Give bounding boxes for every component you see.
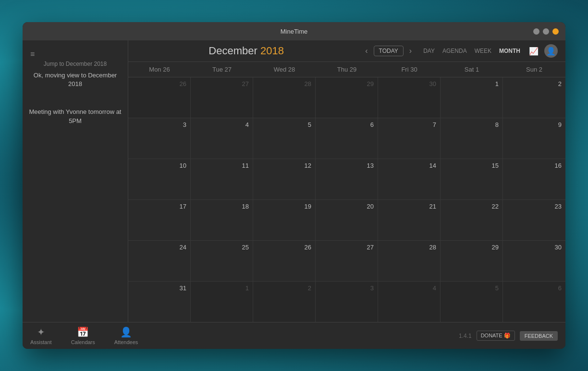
year-name: 2018	[260, 45, 284, 57]
day-cell[interactable]: 20	[316, 200, 378, 240]
app-title: MineTime	[281, 28, 308, 35]
view-agenda-button[interactable]: AGENDA	[440, 46, 470, 56]
feedback-button[interactable]: FEEDBACK	[520, 331, 558, 341]
day-cell[interactable]: 1	[191, 282, 253, 322]
day-cell[interactable]: 14	[378, 159, 441, 199]
day-cell[interactable]: 9	[503, 118, 565, 159]
assistant-nav-item[interactable]: ✦ Assistant	[30, 326, 52, 345]
attendees-icon: 👤	[120, 326, 132, 338]
day-cell[interactable]: 26	[253, 241, 316, 281]
day-cell[interactable]: 30	[503, 241, 565, 281]
day-headers: Mon 26 Tue 27 Wed 28 Thu 29 Fri 30 Sat 1…	[128, 62, 565, 77]
day-cell[interactable]: 12	[253, 159, 316, 199]
attendees-nav-item[interactable]: 👤 Attendees	[114, 326, 138, 345]
nav-controls: ‹ TODAY ›	[362, 45, 415, 57]
day-cell[interactable]: 17	[128, 200, 191, 240]
calendar-area: December 2018 ‹ TODAY › DAY AGENDA WEEK …	[128, 40, 565, 322]
assistant-label: Assistant	[30, 339, 52, 345]
day-cell[interactable]: 10	[128, 159, 191, 199]
view-month-button[interactable]: MONTH	[496, 46, 523, 56]
day-cell[interactable]: 2	[253, 282, 316, 322]
view-week-button[interactable]: WEEK	[472, 46, 494, 56]
day-cell[interactable]: 3	[128, 118, 191, 159]
day-cell[interactable]: 15	[441, 159, 503, 199]
avatar[interactable]: 👤	[544, 44, 558, 58]
day-cell[interactable]: 21	[378, 200, 441, 240]
day-cell[interactable]: 5	[253, 118, 316, 159]
day-header-fri: Fri 30	[378, 62, 441, 77]
day-cell[interactable]: 23	[503, 200, 565, 240]
day-cell[interactable]: 30	[378, 77, 441, 118]
traffic-lights	[533, 28, 559, 35]
calendars-label: Calendars	[71, 339, 95, 345]
week-row: 10 11 12 13 14 15 16	[128, 159, 565, 200]
day-cell[interactable]: 8	[441, 118, 503, 159]
trend-icon[interactable]: 📈	[529, 47, 539, 56]
assistant-icon: ✦	[37, 326, 45, 338]
view-controls: DAY AGENDA WEEK MONTH	[420, 46, 523, 56]
sidebar: ≡ Jump to December 2018 Ok, moving view …	[23, 40, 128, 322]
day-header-tue: Tue 27	[191, 62, 253, 77]
sidebar-jump-text: Jump to December 2018	[28, 61, 122, 67]
week-row: 31 1 2 3 4 5 6	[128, 282, 565, 322]
day-cell[interactable]: 2	[503, 77, 565, 118]
donate-button[interactable]: DONATE 🎁	[477, 331, 515, 341]
day-cell[interactable]: 13	[316, 159, 378, 199]
day-cell[interactable]: 6	[316, 118, 378, 159]
month-title: December 2018	[136, 45, 356, 57]
sidebar-message: Ok, moving view to December 2018	[28, 71, 122, 88]
week-row: 17 18 19 20 21 22 23	[128, 200, 565, 241]
view-day-button[interactable]: DAY	[420, 46, 438, 56]
day-cell[interactable]: 24	[128, 241, 191, 281]
day-header-mon: Mon 26	[128, 62, 191, 77]
main-content: ≡ Jump to December 2018 Ok, moving view …	[23, 40, 565, 322]
day-cell[interactable]: 5	[441, 282, 503, 322]
day-cell[interactable]: 19	[253, 200, 316, 240]
day-header-sat: Sat 1	[441, 62, 503, 77]
day-cell[interactable]: 29	[441, 241, 503, 281]
day-cell[interactable]: 7	[378, 118, 441, 159]
week-row: 26 27 28 29 30 1 2	[128, 77, 565, 118]
bottom-nav: ✦ Assistant 📅 Calendars 👤 Attendees	[30, 326, 138, 345]
calendars-nav-item[interactable]: 📅 Calendars	[71, 326, 95, 345]
day-cell[interactable]: 4	[191, 118, 253, 159]
calendar-grid: Mon 26 Tue 27 Wed 28 Thu 29 Fri 30 Sat 1…	[128, 62, 565, 322]
maximize-button[interactable]	[543, 28, 549, 35]
month-name: December	[208, 45, 257, 57]
day-cell[interactable]: 25	[191, 241, 253, 281]
bottom-right: 1.4.1 DONATE 🎁 FEEDBACK	[459, 331, 558, 341]
week-row: 3 4 5 6 7 8 9	[128, 118, 565, 159]
day-cell[interactable]: 18	[191, 200, 253, 240]
day-cell[interactable]: 1	[441, 77, 503, 118]
titlebar: MineTime	[23, 22, 565, 40]
bottom-bar: ✦ Assistant 📅 Calendars 👤 Attendees 1.4.…	[23, 322, 565, 349]
day-cell[interactable]: 27	[191, 77, 253, 118]
week-row: 24 25 26 27 28 29 30	[128, 241, 565, 282]
app-window: MineTime ≡ Jump to December 2018 Ok, mov…	[23, 22, 565, 349]
day-header-wed: Wed 28	[253, 62, 316, 77]
day-cell[interactable]: 4	[378, 282, 441, 322]
day-cell[interactable]: 31	[128, 282, 191, 322]
today-button[interactable]: TODAY	[374, 46, 404, 56]
day-cell[interactable]: 3	[316, 282, 378, 322]
day-cell[interactable]: 26	[128, 77, 191, 118]
close-button[interactable]	[552, 28, 559, 35]
day-header-thu: Thu 29	[316, 62, 378, 77]
next-button[interactable]: ›	[406, 45, 415, 57]
minimize-button[interactable]	[533, 28, 539, 35]
calendar-weeks: 26 27 28 29 30 1 2 3 4 5 6 7	[128, 77, 565, 322]
day-cell[interactable]: 28	[378, 241, 441, 281]
day-cell[interactable]: 11	[191, 159, 253, 199]
day-cell[interactable]: 28	[253, 77, 316, 118]
menu-icon[interactable]: ≡	[28, 48, 122, 61]
day-cell[interactable]: 29	[316, 77, 378, 118]
attendees-label: Attendees	[114, 339, 138, 345]
day-cell[interactable]: 16	[503, 159, 565, 199]
day-cell[interactable]: 6	[503, 282, 565, 322]
calendars-icon: 📅	[77, 326, 89, 338]
version-text: 1.4.1	[459, 333, 472, 339]
prev-button[interactable]: ‹	[362, 45, 370, 57]
day-cell[interactable]: 22	[441, 200, 503, 240]
day-header-sun: Sun 2	[503, 62, 565, 77]
day-cell[interactable]: 27	[316, 241, 378, 281]
